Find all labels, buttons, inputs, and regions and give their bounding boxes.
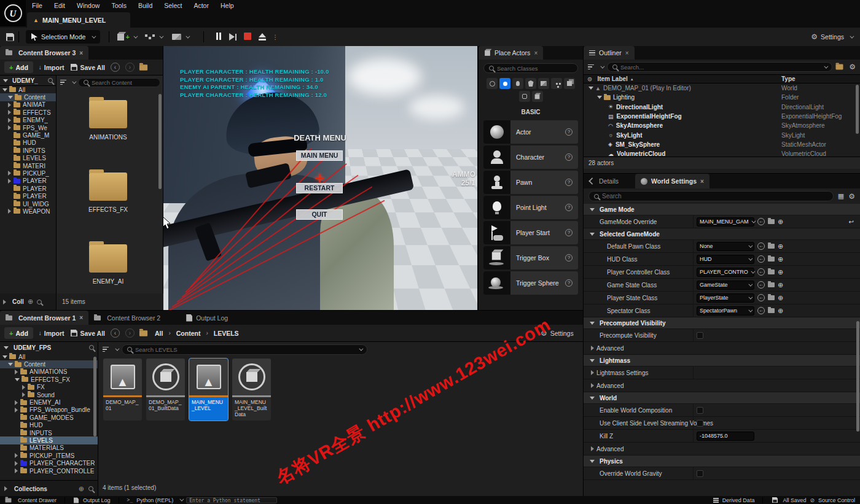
use-selected-icon[interactable]: ← [757, 242, 765, 250]
add-new-icon[interactable]: ⊕ [778, 307, 783, 315]
player-state-dropdown[interactable]: PlayerState [697, 293, 754, 303]
play-options-icon[interactable]: ⋮ [272, 34, 278, 41]
tab-outliner[interactable]: Outliner × [584, 46, 635, 60]
scrollbar[interactable] [93, 357, 96, 436]
add-collection-icon[interactable]: ⊕ [79, 485, 84, 493]
close-icon[interactable]: × [534, 50, 538, 56]
square-category-icon[interactable] [519, 91, 530, 102]
volumes-category-icon[interactable] [551, 78, 562, 89]
client-volumes-checkbox[interactable] [697, 420, 703, 427]
place-actors-search-input[interactable]: Search Classes [483, 63, 578, 73]
all-saved-button[interactable]: All Saved [783, 497, 806, 503]
tree-item[interactable]: INPUTS [0, 147, 56, 154]
tree-item-all[interactable]: All [0, 86, 56, 93]
asset-demo-map-01[interactable]: ▲ DEMO_MAP_01 [103, 359, 142, 421]
tree-item[interactable]: ANIMATIONS [0, 368, 98, 376]
add-button[interactable]: + Add [4, 327, 33, 339]
tab-content-browser-1[interactable]: Content Browser 1 × [0, 311, 88, 325]
row-advanced-2[interactable]: Advanced [584, 379, 860, 392]
search-icon[interactable] [37, 300, 42, 304]
place-actor-item-trigger-box[interactable]: Trigger Box? [483, 246, 578, 269]
place-actor-item-point-light[interactable]: Point Light? [483, 196, 578, 219]
use-selected-icon[interactable]: ← [757, 294, 765, 301]
tree-item[interactable]: PLAYER [0, 192, 56, 200]
scrollbar[interactable] [158, 94, 162, 189]
main-menu-button[interactable]: MAIN MENU [296, 150, 343, 161]
add-button[interactable]: + Add [4, 61, 33, 73]
tree-item-content[interactable]: Content [0, 93, 56, 101]
derived-data-button[interactable]: Derived Data [722, 497, 755, 503]
tab-world-settings[interactable]: World Settings × [635, 174, 710, 188]
source-control-button[interactable]: Source Control [818, 497, 855, 503]
content-drawer-button[interactable]: Content Drawer [18, 497, 57, 503]
tree-root-label[interactable]: UDEMY_FPS [14, 344, 86, 351]
cube-category-icon[interactable] [532, 91, 543, 102]
outliner-row-volumetriccloud[interactable]: ☁ VolumetricCloudVolumetricCloud [584, 149, 860, 157]
add-actor-dropdown[interactable]: + [117, 33, 136, 41]
help-icon[interactable]: ? [565, 254, 573, 262]
outliner-row-directionallight[interactable]: ☀ DirectionalLightDirectionalLight [584, 103, 860, 112]
asset-demo-map-builtdata[interactable]: DEMO_MAP_01_BuiltData [146, 359, 185, 421]
frame-skip-button[interactable] [229, 33, 237, 41]
folder-enemy-ai[interactable]: ENEMY_AI [74, 244, 142, 285]
new-folder-icon[interactable] [836, 64, 843, 70]
gear-icon[interactable]: ⚙ [849, 63, 856, 71]
tree-item[interactable]: FX [0, 384, 98, 391]
asset-main-menu-level[interactable]: ▲ MAIN_MENU_LEVEL [189, 359, 228, 421]
eye-column-icon[interactable]: ⊙ [587, 76, 592, 82]
add-new-icon[interactable]: ⊕ [778, 218, 783, 226]
display-grid-icon[interactable]: ▦ [838, 192, 844, 200]
kill-z-input[interactable]: -1048575.0 [697, 432, 754, 441]
column-item-label[interactable]: Item Label [597, 76, 627, 82]
menu-file[interactable]: File [32, 2, 42, 9]
folder-animations[interactable]: ANIMATIONS [74, 100, 142, 141]
tab-main-menu-level[interactable]: ▲ MAIN_MENU_LEVEL [27, 12, 130, 28]
tree-item[interactable]: PLAYER_CONTROLLE [0, 467, 98, 475]
precompute-visibility-checkbox[interactable] [697, 332, 703, 339]
section-precomputed-visibility[interactable]: Precomputed Visibility [584, 317, 860, 329]
menu-edit[interactable]: Edit [54, 2, 65, 9]
add-new-icon[interactable]: ⊕ [778, 242, 783, 250]
gear-icon[interactable]: ⚙ [848, 192, 855, 201]
blueprints-dropdown[interactable] [145, 34, 162, 39]
path-folder-icon[interactable] [139, 330, 147, 336]
tree-item[interactable]: PLAYER_CHARACTER [0, 459, 98, 467]
tree-item[interactable]: WEAPON [0, 207, 56, 215]
menu-build[interactable]: Build [138, 2, 152, 9]
add-new-icon[interactable]: ⊕ [778, 255, 783, 263]
add-new-icon[interactable]: ⊕ [778, 268, 783, 276]
row-advanced-1[interactable]: Advanced [584, 342, 860, 355]
help-icon[interactable]: ? [565, 128, 573, 136]
path-folder-icon[interactable] [139, 64, 147, 71]
tree-item[interactable]: PLAYER [0, 185, 56, 192]
help-icon[interactable]: ? [565, 179, 573, 186]
hud-class-dropdown[interactable]: HUD [697, 255, 754, 264]
tab-content-browser-2[interactable]: Content Browser 2 [88, 311, 166, 325]
browse-icon[interactable] [768, 244, 775, 249]
python-input[interactable]: Enter a Python statement [186, 497, 277, 503]
tree-item[interactable]: ENEMY_AI [0, 398, 98, 406]
asset-main-menu-builtdata[interactable]: MAIN_MENU_LEVEL_BuiltData [232, 359, 271, 421]
browse-icon[interactable] [768, 257, 775, 262]
menu-select[interactable]: Select [164, 2, 182, 9]
place-actor-item-trigger-sphere[interactable]: Trigger Sphere? [483, 271, 578, 295]
search-icon[interactable] [48, 78, 53, 83]
browse-icon[interactable] [768, 269, 775, 274]
browse-icon[interactable] [768, 282, 775, 287]
use-selected-icon[interactable]: ← [757, 281, 765, 289]
outliner-row-world[interactable]: ▲ DEMO_MAP_01 (Play In Editor)World [584, 83, 860, 93]
place-actor-item-player-start[interactable]: Player Start? [483, 221, 578, 244]
close-icon[interactable]: × [79, 50, 83, 56]
breadcrumb-content[interactable]: Content [176, 330, 201, 337]
tab-details[interactable]: Details [584, 174, 624, 188]
use-selected-icon[interactable]: ← [757, 218, 765, 225]
tree-item[interactable]: HUD [0, 139, 56, 147]
breadcrumb-all[interactable]: All [155, 330, 163, 337]
help-icon[interactable]: ? [565, 279, 573, 287]
tree-item[interactable]: PICKUP_ [0, 169, 56, 177]
place-actor-item-actor[interactable]: Actor? [483, 120, 578, 144]
help-icon[interactable]: ? [565, 229, 573, 236]
back-icon[interactable]: ‹ [111, 328, 120, 338]
restart-button[interactable]: RESTART [296, 183, 343, 193]
quit-button[interactable]: QUIT [296, 209, 343, 220]
